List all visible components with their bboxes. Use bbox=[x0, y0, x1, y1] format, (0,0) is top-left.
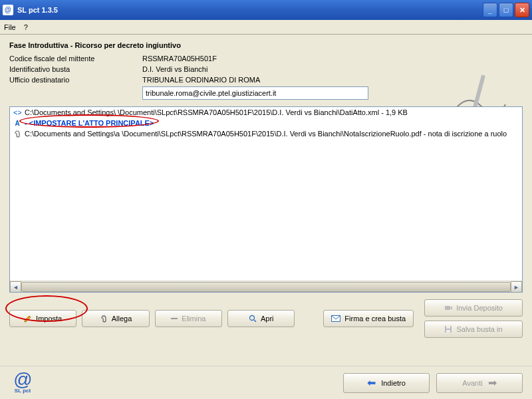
menubar: File ? bbox=[0, 20, 532, 35]
codice-value: RSSMRA70A05H501F bbox=[142, 55, 217, 63]
file-path: C:\Documents and Settings\ \Documenti\SL… bbox=[25, 108, 408, 116]
horizontal-scrollbar[interactable]: ◄ ► bbox=[10, 281, 522, 292]
apri-button[interactable]: Apri bbox=[227, 310, 295, 327]
file-row[interactable]: C:\Documents and Settings\a \Documenti\S… bbox=[10, 128, 522, 139]
busta-label: Identificativo busta bbox=[9, 65, 142, 73]
bottom-bar: @ SL pct ⬅ Indietro Avanti ➡ bbox=[0, 366, 532, 399]
floppy-icon bbox=[444, 325, 452, 333]
pencil-icon bbox=[24, 315, 32, 323]
file-row[interactable]: <> C:\Documents and Settings\ \Documenti… bbox=[10, 107, 522, 118]
placeholder-text: - <IMPOSTARE L'ATTO PRINCIPALE> bbox=[25, 119, 154, 127]
menu-help[interactable]: ? bbox=[24, 23, 28, 31]
indietro-label: Indietro bbox=[381, 379, 406, 387]
file-list-panel: <> C:\Documents and Settings\ \Documenti… bbox=[9, 106, 523, 293]
app-logo: @ SL pct bbox=[9, 370, 36, 396]
email-field[interactable]: tribunale.roma@civile.ptel.giustiziacert… bbox=[142, 86, 368, 100]
svg-rect-6 bbox=[445, 306, 450, 310]
apri-label: Apri bbox=[261, 315, 274, 323]
phase-header: Fase Introduttiva - Ricorso per decreto … bbox=[9, 41, 523, 49]
at-icon: @ bbox=[13, 372, 32, 388]
close-button[interactable]: ✕ bbox=[515, 3, 529, 17]
allega-button[interactable]: Allega bbox=[82, 310, 149, 327]
ufficio-label: Ufficio destinatario bbox=[9, 76, 142, 84]
firma-label: Firma e crea busta bbox=[344, 315, 406, 323]
elimina-label: Elimina bbox=[182, 315, 205, 323]
avanti-button[interactable]: Avanti ➡ bbox=[436, 373, 523, 393]
logo-text: SL pct bbox=[15, 388, 31, 394]
file-path: C:\Documents and Settings\a \Documenti\S… bbox=[25, 130, 507, 138]
scroll-track[interactable] bbox=[21, 281, 511, 292]
salva-label: Salva busta in bbox=[456, 325, 502, 333]
imposta-button[interactable]: Imposta bbox=[9, 310, 76, 327]
send-icon bbox=[444, 304, 452, 312]
invia-label: Invia Deposito bbox=[456, 304, 503, 312]
menu-file[interactable]: File bbox=[4, 23, 16, 31]
minimize-button[interactable]: _ bbox=[483, 3, 497, 17]
app-icon: @ bbox=[3, 5, 13, 15]
arrow-left-icon: ⬅ bbox=[367, 376, 376, 389]
svg-line-4 bbox=[254, 320, 256, 322]
file-row-placeholder[interactable]: A - <IMPOSTARE L'ATTO PRINCIPALE> bbox=[10, 118, 522, 128]
avanti-label: Avanti bbox=[462, 379, 482, 387]
svg-point-3 bbox=[249, 316, 254, 321]
svg-rect-8 bbox=[446, 326, 450, 329]
scroll-left-button[interactable]: ◄ bbox=[10, 281, 21, 293]
codice-label: Codice fiscale del mittente bbox=[9, 55, 142, 63]
arrow-right-icon: ➡ bbox=[488, 376, 497, 389]
busta-value: D.I. Verdi vs Bianchi bbox=[142, 65, 207, 73]
elimina-button[interactable]: Elimina bbox=[155, 310, 222, 327]
svg-rect-9 bbox=[446, 330, 450, 332]
salva-button[interactable]: Salva busta in bbox=[424, 321, 523, 338]
maximize-button[interactable]: □ bbox=[499, 3, 513, 17]
minus-icon bbox=[171, 318, 178, 319]
indietro-button[interactable]: ⬅ Indietro bbox=[343, 373, 430, 393]
imposta-label: Imposta bbox=[36, 315, 62, 323]
mail-icon bbox=[331, 315, 340, 322]
clip-icon bbox=[13, 129, 22, 138]
svg-text:<>: <> bbox=[13, 108, 21, 116]
invia-button[interactable]: Invia Deposito bbox=[424, 299, 523, 317]
window-title: SL pct 1.3.5 bbox=[17, 6, 483, 14]
window-controls: _ □ ✕ bbox=[483, 3, 529, 17]
allega-label: Allega bbox=[112, 315, 132, 323]
xml-icon: <> bbox=[13, 108, 22, 117]
firma-button[interactable]: Firma e crea busta bbox=[323, 310, 414, 327]
ufficio-value: TRIBUNALE ORDINARIO DI ROMA bbox=[142, 76, 260, 84]
email-value: tribunale.roma@civile.ptel.giustiziacert… bbox=[146, 89, 276, 97]
scroll-right-button[interactable]: ► bbox=[511, 281, 522, 293]
magnifier-icon bbox=[249, 315, 257, 323]
scroll-thumb[interactable] bbox=[21, 282, 511, 292]
clip-icon bbox=[100, 315, 108, 323]
placeholder-icon: A bbox=[13, 118, 22, 128]
titlebar: @ SL pct 1.3.5 _ □ ✕ bbox=[0, 0, 532, 20]
